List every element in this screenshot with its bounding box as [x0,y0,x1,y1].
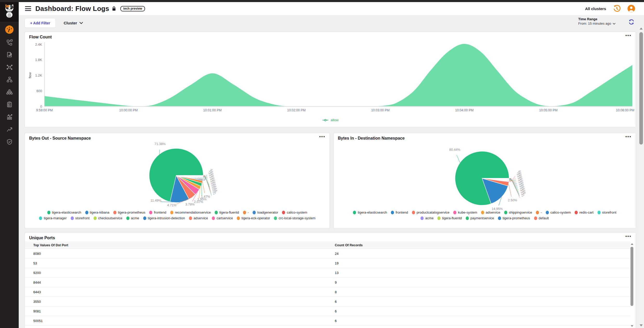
scrollbar-thumb[interactable] [639,32,643,145]
sidebar-item-service-graph[interactable] [0,61,19,73]
legend-item[interactable]: crc-local-storage-system [274,216,316,220]
svg-text:80.44%: 80.44% [449,148,460,152]
scroll-up-arrow[interactable] [640,28,643,30]
legend-item[interactable]: productcatalogservice [412,210,449,214]
svg-text:10:01:00 PM: 10:01:00 PM [203,108,222,112]
scroll-up-arrow[interactable] [631,243,633,245]
user-avatar[interactable] [627,5,635,12]
sidebar-item-dashboard[interactable] [0,23,19,36]
legend-item[interactable]: kube-system [453,210,477,214]
hamburger-menu-icon[interactable] [25,6,31,11]
legend-item[interactable]: tigera-manager [39,216,67,220]
legend-color-dot [420,216,424,220]
svg-text:4.71%: 4.71% [167,203,176,207]
legend-label: - [541,210,542,214]
more-options-icon[interactable]: ••• [625,134,632,139]
legend-item[interactable]: tigera-fluentd [215,210,239,214]
history-icon[interactable] [613,5,621,12]
table-cell: 9081 [25,306,335,316]
legend-item[interactable]: cartservice [212,216,233,220]
legend-color-dot [126,216,129,220]
legend-item[interactable]: checkoutservice [94,216,122,220]
legend-item[interactable]: frontend [391,210,408,214]
legend-color-dot [466,216,469,220]
legend-item[interactable]: tigera-kibana [85,210,109,214]
legend-item[interactable]: tigera-elasticsearch [353,210,387,214]
sidebar-item-policies[interactable] [0,48,19,61]
more-options-icon[interactable]: ••• [625,234,632,239]
refresh-icon[interactable] [628,19,635,25]
scroll-down-arrow[interactable] [640,324,643,326]
cluster-filter-dropdown[interactable]: Cluster [64,18,83,28]
legend-item[interactable]: default [534,216,549,220]
cluster-selector[interactable]: All clusters [585,6,606,11]
legend-item[interactable]: calico-system [282,210,307,214]
legend-item[interactable]: calico-system [546,210,571,214]
page-title: Dashboard: Flow Logs [35,5,109,13]
legend-item[interactable]: tigera-intrusion-detection [143,216,185,220]
sidebar-item-compliance[interactable] [0,98,19,111]
table-cell: 6 [335,316,630,326]
legend-item[interactable]: acme [420,216,433,220]
legend-color-dot [504,211,507,214]
legend-item[interactable]: shippingservice [504,210,532,214]
legend-label: tigera-fluentd [442,216,462,220]
legend-item[interactable]: storefront [71,216,90,220]
legend-color-dot [437,216,441,220]
legend-item[interactable]: acme [126,216,139,220]
legend-item[interactable]: redis-cart [575,210,593,214]
legend-item[interactable]: storefront [597,210,616,214]
legend-color-dot [215,211,218,214]
legend-item-allow[interactable]: allow [25,118,636,122]
sidebar-item-threat-feeds[interactable] [0,123,19,135]
scroll-down-arrow[interactable] [631,325,633,327]
table-row: 64438 [25,287,630,297]
table-cell: 9200 [25,268,335,278]
legend-label: checkoutservice [98,216,122,220]
legend-label: acme [131,216,139,220]
legend-label: adservice [486,210,500,214]
time-range-selector[interactable]: Time Range From: 15 minutes ago [578,17,615,25]
more-options-icon[interactable]: ••• [319,134,325,139]
bytes-out-pie-chart: 71.38%11.49%4.71%3.78%2.07%1.95%1.47%<1%… [25,140,330,210]
sidebar-item-network-topology[interactable] [0,36,19,48]
sidebar-item-clusters[interactable] [0,86,19,98]
table-row: 5319 [25,258,630,268]
legend-item[interactable]: - [536,210,542,214]
legend-item[interactable]: frontend [149,210,166,214]
sidebar-item-nodes[interactable] [0,73,19,86]
legend-item[interactable]: adservice [189,216,208,220]
sidebar-item-reports[interactable] [0,111,19,123]
legend-label: tigera-intrusion-detection [148,216,185,220]
more-options-icon[interactable]: ••• [625,33,632,38]
add-filter-button[interactable]: + Add Filter [25,18,56,28]
legend-item[interactable]: tigera-prometheus [113,210,146,214]
legend-color-dot [282,211,285,214]
legend-color-dot [253,211,256,214]
legend-item[interactable]: tigera-prometheus [498,216,530,220]
legend-item[interactable]: tigera-fluentd [437,216,462,220]
legend-label: tigera-eck-operator [241,216,270,220]
table-row: 35506 [25,297,630,306]
legend-item[interactable]: - [243,210,249,214]
legend-item[interactable]: loadgenerator [253,210,278,214]
legend-item[interactable]: recommendationservice [170,210,211,214]
svg-text:14.95%: 14.95% [492,207,503,210]
legend-item[interactable]: paymentservice [466,216,494,220]
filter-bar: + Add Filter Cluster Time Range From: 15… [19,15,644,32]
legend-label: shippingservice [509,210,532,214]
legend-item[interactable]: tigera-elasticsearch [47,210,81,214]
sidebar-item-security[interactable] [0,135,19,148]
compliance-icon [6,101,13,108]
calico-logo[interactable] [0,0,19,22]
unique-ports-table: Top Values Of Dst PortCount Of Records80… [25,242,630,326]
legend-label: kube-system [458,210,477,214]
legend-label: tigera-prometheus [118,210,146,214]
scrollbar-thumb[interactable] [630,247,633,306]
legend-label: calico-system [287,210,307,214]
legend-label: tigera-elasticsearch [52,210,81,214]
legend-label: frontend [154,210,166,214]
legend-item[interactable]: adservice [481,210,500,214]
legend-item[interactable]: tigera-eck-operator [237,216,270,220]
table-cell: 8444 [25,278,335,287]
